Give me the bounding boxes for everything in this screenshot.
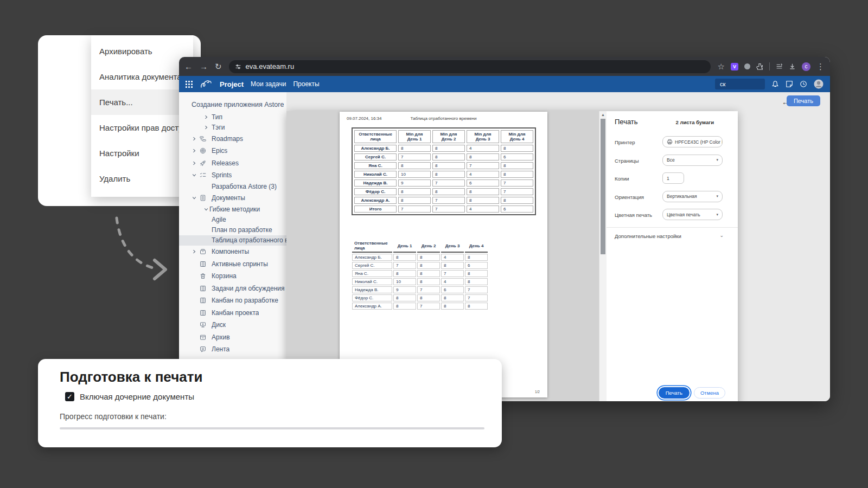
dropdown-caret-icon: ▾ xyxy=(716,213,718,217)
sidebar-item-label: Releases xyxy=(212,159,239,167)
reading-list-icon[interactable] xyxy=(776,63,783,70)
chevron-right-icon[interactable] xyxy=(204,125,208,130)
menu-item[interactable]: Удалить xyxy=(91,166,193,191)
sidebar-item[interactable]: Канбан проекта xyxy=(179,306,286,319)
browser-forward-icon[interactable]: → xyxy=(200,62,208,70)
field-value: 1 xyxy=(667,176,669,181)
sidebar-item[interactable]: Тэги xyxy=(179,122,286,132)
sidebar-item[interactable]: Лента xyxy=(179,343,286,356)
nav-my-tasks[interactable]: Мои задачи xyxy=(251,80,286,88)
print-cancel-button[interactable]: Отмена xyxy=(694,387,725,399)
value-cell: 8 xyxy=(417,270,440,277)
sidebar-item[interactable]: Активные спринты xyxy=(179,258,286,270)
field-value: HPFCE43C (HP Color La: xyxy=(675,139,723,145)
notifications-bell-icon[interactable] xyxy=(771,80,779,88)
sidebar-item[interactable]: Sprints xyxy=(179,169,286,182)
menu-item[interactable]: Печать... xyxy=(91,89,193,115)
sidebar-item[interactable]: Roadmaps xyxy=(179,132,286,145)
sidebar-item[interactable]: Корзина xyxy=(179,270,286,282)
table-row: Александр Б.8848 xyxy=(352,254,488,261)
value-cell: 8 xyxy=(432,171,465,178)
browser-menu-icon[interactable]: ⋮ xyxy=(816,62,825,70)
menu-item[interactable]: Настройки прав доступ xyxy=(91,115,193,140)
sidebar-item[interactable]: Releases xyxy=(179,157,286,169)
app-logo-icon[interactable] xyxy=(200,79,213,89)
sidebar-item[interactable]: Тип xyxy=(179,112,286,122)
person-name-cell: Фёдор С. xyxy=(352,294,392,301)
additional-settings-toggle[interactable]: Дополнительные настройки xyxy=(615,233,681,239)
chevron-down-icon[interactable] xyxy=(204,207,208,211)
components-icon xyxy=(200,248,206,255)
sidebar-item-label: Диск xyxy=(212,321,226,329)
browser-back-icon[interactable]: ← xyxy=(184,62,193,70)
menu-item[interactable]: Аналитика документа xyxy=(91,64,193,89)
download-icon[interactable] xyxy=(789,63,796,70)
chevron-down-icon[interactable] xyxy=(192,173,196,177)
extensions-puzzle-icon[interactable] xyxy=(756,63,763,70)
chevron-down-icon[interactable]: ⌄ xyxy=(719,233,724,238)
menu-item[interactable]: Настройки xyxy=(91,140,193,166)
value-cell: 6 xyxy=(465,262,488,269)
table-header-cell: Min для День 4 xyxy=(501,130,533,143)
sidebar-item[interactable]: Диск xyxy=(179,319,286,331)
scrollbar-thumb[interactable] xyxy=(601,119,605,254)
extension-v-icon[interactable]: V xyxy=(731,63,738,70)
print-confirm-button[interactable]: Печать xyxy=(659,387,690,399)
page-doc-title: Таблица отработанного времени xyxy=(340,116,547,121)
extension-dot-icon[interactable] xyxy=(744,63,750,69)
site-settings-icon[interactable] xyxy=(235,63,241,70)
sidebar-item[interactable]: План по разработке xyxy=(179,224,286,235)
chevron-right-icon[interactable] xyxy=(192,161,196,165)
trash-icon xyxy=(200,273,206,279)
address-bar[interactable]: eva.evateam.ru xyxy=(229,60,711,73)
person-name-cell: Сергей С. xyxy=(354,153,397,160)
search-input[interactable]: ск xyxy=(715,79,765,89)
copies-input[interactable]: 1 xyxy=(662,172,684,184)
app-print-button[interactable]: Печать xyxy=(787,95,820,106)
scroll-up-icon[interactable]: ▲ xyxy=(599,113,607,117)
scroll-down-icon[interactable]: ▼ xyxy=(599,401,607,401)
sidebar-item[interactable]: Документы xyxy=(179,192,286,204)
chevron-right-icon[interactable] xyxy=(192,149,196,153)
sidebar-item[interactable]: Agile xyxy=(179,214,286,224)
sidebar-item[interactable]: Таблица отработанного времен xyxy=(179,235,286,246)
table-row: Александр А.8788 xyxy=(352,303,488,310)
document-icon xyxy=(200,195,206,201)
value-cell: 8 xyxy=(417,254,440,261)
notes-icon[interactable] xyxy=(786,80,793,88)
preview-scrollbar[interactable]: ▲ ▼ xyxy=(599,111,607,401)
person-name-cell: Надежда В. xyxy=(352,286,392,293)
field-dropdown[interactable]: Вертикальная▾ xyxy=(662,191,723,202)
app-product-name[interactable]: Project xyxy=(220,80,244,88)
field-dropdown[interactable]: Все▾ xyxy=(662,155,723,166)
field-label: Принтер xyxy=(615,139,635,145)
include-children-checkbox[interactable]: ✓ xyxy=(65,392,74,401)
sidebar-item[interactable]: Гибкие методики xyxy=(179,204,286,214)
menu-item[interactable]: Архивировать xyxy=(91,38,193,64)
table-row: Надежда В.9767 xyxy=(354,179,533,187)
sidebar-item[interactable]: Задачи для обсуждения xyxy=(179,282,286,294)
profile-avatar[interactable]: c xyxy=(802,62,810,71)
print-dialog-overlay: 09.07.2024, 16:34 Таблица отработанного … xyxy=(286,111,738,401)
chevron-right-icon[interactable] xyxy=(204,115,208,119)
sidebar-item[interactable]: Архив xyxy=(179,331,286,343)
sidebar-item[interactable]: Компоненты xyxy=(179,246,286,258)
field-dropdown[interactable]: HPFCE43C (HP Color La:▾ xyxy=(662,136,723,147)
person-name-cell: Фёдор С. xyxy=(354,188,397,195)
table-header-cell: День 2 xyxy=(417,240,440,253)
field-dropdown[interactable]: Цветная печать▾ xyxy=(662,209,723,220)
nav-projects[interactable]: Проекты xyxy=(293,80,319,88)
progress-bar xyxy=(60,427,484,429)
table-header-cell: День 3 xyxy=(441,240,464,253)
chevron-down-icon[interactable] xyxy=(192,196,196,200)
user-avatar[interactable] xyxy=(814,79,824,89)
bookmark-star-icon[interactable]: ☆ xyxy=(718,62,725,70)
apps-grid-icon[interactable] xyxy=(186,81,193,88)
browser-reload-icon[interactable]: ↻ xyxy=(215,62,222,70)
sidebar-item[interactable]: Разработка Astore (3) xyxy=(179,181,286,191)
chevron-right-icon[interactable] xyxy=(192,249,196,254)
sidebar-item[interactable]: Epics xyxy=(179,145,286,157)
history-clock-icon[interactable] xyxy=(800,80,807,88)
chevron-right-icon[interactable] xyxy=(192,137,196,141)
sidebar-item[interactable]: Канбан по разработке xyxy=(179,294,286,307)
